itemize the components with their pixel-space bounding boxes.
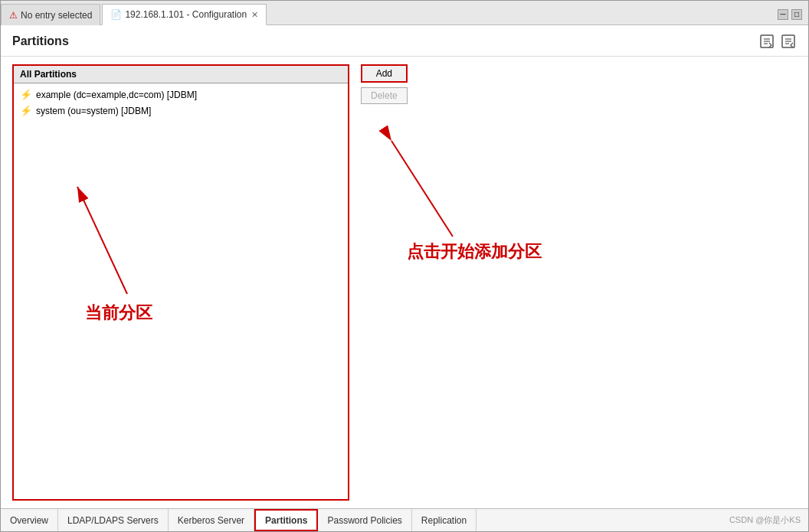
bottom-tab-kerberos[interactable]: Kerberos Server <box>169 509 254 531</box>
bottom-tab-kerberos-label: Kerberos Server <box>178 515 244 526</box>
header-icons <box>758 33 797 50</box>
minimize-button[interactable]: ─ <box>778 9 788 20</box>
maximize-button[interactable]: □ <box>791 9 802 20</box>
config-icon: 📄 <box>110 9 122 20</box>
export-icon[interactable] <box>758 33 775 50</box>
partitions-area: All Partitions ⚡ example (dc=example,dc=… <box>1 57 808 508</box>
bottom-tab-replication-label: Replication <box>421 515 467 526</box>
annotation-click-add: 点击开始添加分区 <box>407 240 542 263</box>
delete-button[interactable]: Delete <box>361 87 408 104</box>
add-button[interactable]: Add <box>361 64 408 83</box>
bottom-tab-replication[interactable]: Replication <box>412 509 477 531</box>
main-content: Partitions <box>1 25 808 508</box>
partition-icon-system: ⚡ <box>20 105 32 116</box>
error-icon: ⚠ <box>9 10 18 21</box>
bottom-tab-overview[interactable]: Overview <box>1 509 58 531</box>
credit-text: CSDN @你是小KS <box>729 509 808 531</box>
partition-list-panel: All Partitions ⚡ example (dc=example,dc=… <box>12 64 349 501</box>
page-title: Partitions <box>12 34 69 48</box>
bottom-tab-overview-label: Overview <box>10 515 48 526</box>
bottom-tab-partitions-label: Partitions <box>265 515 307 526</box>
bottom-tab-bar: Overview LDAP/LDAPS Servers Kerberos Ser… <box>1 508 808 531</box>
tab-no-entry[interactable]: ⚠ No entry selected <box>1 4 100 25</box>
partition-item-example[interactable]: ⚡ example (dc=example,dc=com) [JDBM] <box>14 86 348 103</box>
partition-label-example: example (dc=example,dc=com) [JDBM] <box>36 90 197 100</box>
bottom-tab-ldap[interactable]: LDAP/LDAPS Servers <box>58 509 169 531</box>
partition-list-body: ⚡ example (dc=example,dc=com) [JDBM] ⚡ s… <box>14 83 348 499</box>
bottom-tab-password-label: Password Policies <box>327 515 401 526</box>
main-window: ⚠ No entry selected 📄 192.168.1.101 - Co… <box>0 0 809 532</box>
tab-no-entry-label: No entry selected <box>21 10 92 21</box>
partition-icon-example: ⚡ <box>20 89 32 100</box>
tab-config-label: 192.168.1.101 - Configuration <box>125 9 247 20</box>
partition-label-system: system (ou=system) [JDBM] <box>36 106 151 116</box>
close-icon[interactable]: ✕ <box>251 10 258 20</box>
bottom-tab-partitions[interactable]: Partitions <box>254 509 318 531</box>
top-tab-bar: ⚠ No entry selected 📄 192.168.1.101 - Co… <box>1 1 808 25</box>
window-controls: ─ □ <box>778 4 808 24</box>
partition-actions: Add Delete <box>361 64 408 501</box>
bottom-tab-password[interactable]: Password Policies <box>318 509 411 531</box>
tab-config[interactable]: 📄 192.168.1.101 - Configuration ✕ <box>102 4 267 25</box>
bottom-tab-ldap-label: LDAP/LDAPS Servers <box>67 515 159 526</box>
partition-item-system[interactable]: ⚡ system (ou=system) [JDBM] <box>14 103 348 119</box>
partition-list-header: All Partitions <box>14 66 348 83</box>
import-icon[interactable] <box>780 33 797 50</box>
page-header: Partitions <box>1 25 808 57</box>
